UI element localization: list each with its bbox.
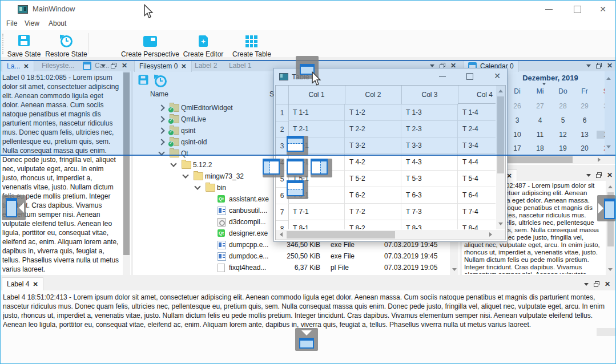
table-cell[interactable]: T 6-4 bbox=[458, 187, 496, 204]
tab-label1[interactable]: Label 1 bbox=[224, 60, 256, 71]
tab-filesystem0[interactable]: Filesystem 0 bbox=[134, 60, 192, 72]
table-cell[interactable]: T 1-4 bbox=[458, 104, 496, 121]
scroll-up-button[interactable] bbox=[496, 86, 505, 95]
dock-menu-icon[interactable] bbox=[586, 64, 591, 67]
dock-menu-icon[interactable] bbox=[101, 64, 106, 67]
scroll-up-button[interactable] bbox=[606, 182, 615, 191]
close-icon[interactable] bbox=[181, 62, 186, 70]
table-cell[interactable]: T 3-4 bbox=[458, 137, 496, 154]
drop-top-indicator[interactable] bbox=[287, 136, 308, 155]
drop-left-indicator[interactable] bbox=[263, 159, 284, 177]
calendar-month-dropdown-icon[interactable] bbox=[542, 83, 546, 86]
table-column-header[interactable]: Col 4 bbox=[458, 86, 496, 104]
table-cell[interactable]: T 4-4 bbox=[458, 154, 496, 171]
table-vertical-scrollbar[interactable] bbox=[496, 86, 505, 229]
tab-label0[interactable]: La... bbox=[2, 60, 34, 72]
scroll-down-button[interactable] bbox=[450, 265, 459, 274]
drop-center-indicator[interactable] bbox=[287, 159, 308, 177]
table-horizontal-scrollbar[interactable] bbox=[276, 230, 505, 240]
chevron-down-icon[interactable] bbox=[158, 149, 164, 155]
scroll-down-button[interactable] bbox=[606, 265, 615, 274]
menu-view[interactable]: View bbox=[25, 19, 39, 27]
window-close-button[interactable]: ✕ bbox=[594, 3, 611, 15]
drop-left-edge-indicator[interactable] bbox=[2, 195, 26, 220]
dock-menu-icon[interactable] bbox=[430, 64, 434, 67]
calendar-day[interactable]: 29 bbox=[574, 102, 595, 110]
scroll-down-button[interactable] bbox=[496, 219, 505, 228]
calendar-month-header[interactable]: Dezember, 2019 bbox=[496, 74, 605, 82]
table-cell[interactable]: T 2-4 bbox=[458, 121, 496, 137]
drop-bottom-indicator[interactable] bbox=[287, 180, 308, 199]
close-icon[interactable]: ✕ bbox=[607, 63, 613, 68]
table-cell[interactable]: T 8-1 bbox=[288, 220, 345, 229]
float-window-icon[interactable] bbox=[596, 172, 602, 178]
calendar-day[interactable]: 17 bbox=[506, 144, 528, 152]
table-column-header[interactable]: Col 2 bbox=[345, 86, 402, 104]
window-minimize-button[interactable] bbox=[540, 3, 557, 15]
table-cell[interactable]: T 2-2 bbox=[345, 121, 401, 137]
close-icon[interactable]: ✕ bbox=[122, 63, 127, 68]
table-cell[interactable]: T 1-1 bbox=[288, 104, 345, 121]
tab-label2[interactable]: Label 2 bbox=[190, 60, 222, 71]
table-cell[interactable]: T 7-3 bbox=[401, 204, 458, 220]
create-editor-icon[interactable]: + bbox=[199, 35, 208, 47]
table-cell[interactable]: T 5-3 bbox=[401, 171, 458, 187]
calendar-day[interactable]: 13 bbox=[574, 131, 595, 139]
chevron-down-icon[interactable] bbox=[170, 160, 176, 167]
create-table-icon[interactable] bbox=[245, 35, 257, 47]
close-icon[interactable]: ✕ bbox=[605, 281, 610, 287]
table-cell[interactable]: T 1-3 bbox=[401, 104, 458, 121]
table-cell[interactable]: T 2-3 bbox=[401, 121, 458, 137]
calendar-day[interactable]: 12 bbox=[552, 131, 574, 139]
tab-label4[interactable]: Label 4 bbox=[2, 277, 43, 290]
table-cell[interactable]: T 3-2 bbox=[345, 137, 401, 154]
close-icon[interactable]: ✕ bbox=[607, 172, 613, 178]
calendar-day[interactable]: 3 bbox=[506, 116, 528, 124]
scroll-up-button[interactable] bbox=[604, 74, 613, 83]
table-grid[interactable]: Col 1Col 2Col 3Col 41T 1-1T 1-2T 1-3T 1-… bbox=[276, 86, 496, 229]
table-window-close-button[interactable]: ✕ bbox=[489, 70, 506, 82]
close-icon[interactable] bbox=[33, 280, 38, 288]
calendar-vertical-scrollbar[interactable] bbox=[605, 71, 615, 155]
menu-about[interactable]: About bbox=[49, 19, 66, 27]
scroll-right-button[interactable] bbox=[594, 155, 603, 164]
table-cell[interactable]: T 5-2 bbox=[345, 171, 401, 187]
filesystem-restore-icon[interactable] bbox=[155, 75, 167, 87]
left-dock-scrollbar[interactable] bbox=[123, 71, 130, 275]
calendar-day[interactable]: 26 bbox=[506, 102, 528, 110]
table-cell[interactable]: T 7-1 bbox=[288, 204, 345, 220]
drop-right-indicator[interactable] bbox=[311, 159, 332, 177]
calendar-day[interactable]: 4 bbox=[529, 116, 551, 124]
scroll-left-button[interactable] bbox=[276, 230, 285, 239]
label4-scrollbar-thumb[interactable] bbox=[597, 328, 616, 336]
chevron-down-icon[interactable] bbox=[194, 183, 200, 189]
table-cell[interactable]: T 5-4 bbox=[458, 171, 496, 187]
table-cell[interactable]: T 2-1 bbox=[288, 121, 345, 137]
calendar-day[interactable]: 10 bbox=[506, 131, 528, 139]
scrollbar-thumb[interactable] bbox=[497, 96, 504, 173]
table-floating-window[interactable]: Table 0 ✕ Col 1Col 2Col 3Col 41T 1-1T 1-… bbox=[273, 68, 508, 242]
drop-bottom-edge-indicator[interactable] bbox=[295, 328, 318, 351]
scrollbar-thumb[interactable] bbox=[287, 231, 395, 238]
calendar-day[interactable]: 5 bbox=[552, 116, 574, 124]
table-cell[interactable]: T 8-2 bbox=[345, 220, 401, 229]
table-cell[interactable]: T 3-3 bbox=[401, 137, 458, 154]
table-cell[interactable]: T 8-4 bbox=[458, 220, 496, 229]
table-window-maximize-button[interactable] bbox=[461, 70, 478, 82]
table-cell[interactable]: T 8-3 bbox=[401, 220, 458, 229]
chevron-right-icon[interactable] bbox=[158, 104, 164, 111]
calendar-day[interactable]: 11 bbox=[529, 131, 551, 139]
float-window-icon[interactable] bbox=[594, 281, 599, 287]
dock-menu-icon[interactable] bbox=[586, 174, 591, 177]
table-cell[interactable]: T 6-3 bbox=[401, 187, 458, 204]
calendar-day[interactable]: 19 bbox=[552, 144, 574, 152]
calendar-day[interactable]: 27 bbox=[529, 102, 551, 110]
restore-state-button[interactable] bbox=[61, 35, 73, 47]
calendar-day[interactable]: 28 bbox=[552, 102, 574, 110]
float-window-icon[interactable] bbox=[111, 63, 116, 68]
save-state-button[interactable] bbox=[18, 35, 30, 46]
tab-filesystem1[interactable]: Filesyste... bbox=[37, 60, 79, 71]
scroll-down-button[interactable] bbox=[604, 142, 613, 151]
table-cell[interactable]: T 7-4 bbox=[458, 204, 496, 220]
chevron-right-icon[interactable] bbox=[158, 116, 164, 122]
